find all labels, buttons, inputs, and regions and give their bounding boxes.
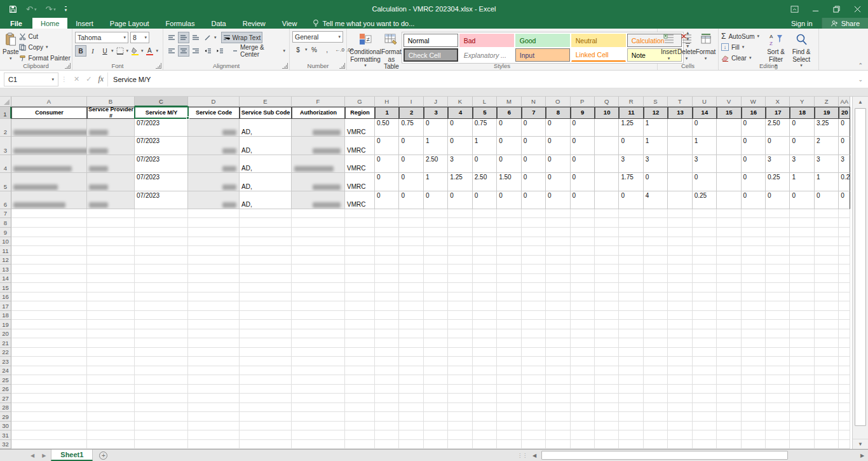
- cell-C5[interactable]: 07/2023: [135, 173, 188, 191]
- cell-O23[interactable]: [546, 357, 570, 366]
- cell-X27[interactable]: [766, 394, 790, 403]
- orientation-button[interactable]: [202, 32, 214, 43]
- cell-H16[interactable]: [375, 292, 399, 302]
- cell-Q27[interactable]: [595, 394, 619, 403]
- cell-B8[interactable]: [87, 218, 135, 228]
- cell-E23[interactable]: [240, 357, 292, 366]
- cell-T17[interactable]: [668, 301, 692, 311]
- cell-W7[interactable]: [742, 209, 766, 219]
- cell-Z30[interactable]: [815, 422, 839, 431]
- cell-U26[interactable]: [693, 385, 717, 394]
- cell-Z29[interactable]: [815, 412, 839, 422]
- cell-T11[interactable]: [668, 246, 692, 256]
- cell-B4[interactable]: [87, 155, 135, 173]
- cell-G21[interactable]: [345, 338, 375, 348]
- cell-E10[interactable]: [240, 237, 292, 247]
- cell-L1[interactable]: 5: [473, 107, 497, 119]
- cell-I15[interactable]: [399, 283, 423, 292]
- align-center-icon[interactable]: [178, 45, 189, 57]
- cell-D16[interactable]: [188, 292, 240, 302]
- column-header-N[interactable]: N: [522, 97, 546, 107]
- cell-I26[interactable]: [399, 385, 423, 394]
- cell-P21[interactable]: [571, 338, 595, 348]
- cell-D19[interactable]: [188, 320, 240, 329]
- cell-AA28[interactable]: [839, 403, 850, 413]
- cell-W23[interactable]: [742, 357, 766, 366]
- cell-N24[interactable]: [522, 366, 546, 376]
- cell-X3[interactable]: 0: [766, 137, 790, 155]
- cell-N21[interactable]: [522, 338, 546, 348]
- cell-D22[interactable]: [188, 348, 240, 357]
- cell-N3[interactable]: 0: [522, 137, 546, 155]
- cell-D4[interactable]: [188, 155, 240, 173]
- cell-M5[interactable]: 1.50: [497, 173, 521, 191]
- cell-L8[interactable]: [473, 218, 497, 228]
- cell-R16[interactable]: [619, 292, 643, 302]
- cell-M25[interactable]: [497, 375, 521, 385]
- cell-O12[interactable]: [546, 256, 570, 265]
- font-dialog-launcher[interactable]: [156, 63, 161, 69]
- cell-P3[interactable]: 0: [571, 137, 595, 155]
- cell-K4[interactable]: 3: [448, 155, 472, 173]
- cell-M10[interactable]: [497, 237, 521, 247]
- cell-V5[interactable]: [717, 173, 741, 191]
- cell-U21[interactable]: [693, 338, 717, 348]
- row-header-27[interactable]: 27: [0, 394, 11, 403]
- cell-R1[interactable]: 11: [619, 107, 643, 119]
- cell-T9[interactable]: [668, 228, 692, 237]
- column-header-H[interactable]: H: [375, 97, 399, 107]
- cell-D11[interactable]: [188, 246, 240, 256]
- cell-T24[interactable]: [668, 366, 692, 376]
- cell-X24[interactable]: [766, 366, 790, 376]
- vertical-scrollbar[interactable]: ▲ ▼: [852, 97, 868, 449]
- column-header-V[interactable]: V: [717, 97, 741, 107]
- cell-W5[interactable]: 0: [742, 173, 766, 191]
- cell-H12[interactable]: [375, 256, 399, 265]
- cell-M9[interactable]: [497, 228, 521, 237]
- cell-G25[interactable]: [345, 375, 375, 385]
- cell-X26[interactable]: [766, 385, 790, 394]
- cell-G2[interactable]: VMRC: [345, 119, 375, 137]
- cell-V22[interactable]: [717, 348, 741, 357]
- cell-X23[interactable]: [766, 357, 790, 366]
- cell-H5[interactable]: 0: [375, 173, 399, 191]
- cell-C11[interactable]: [135, 246, 188, 256]
- cell-G12[interactable]: [345, 256, 375, 265]
- cell-W29[interactable]: [742, 412, 766, 422]
- cell-L16[interactable]: [473, 292, 497, 302]
- cell-E20[interactable]: [240, 329, 292, 339]
- row-header-15[interactable]: 15: [0, 283, 11, 292]
- cell-Q14[interactable]: [595, 274, 619, 284]
- cell-P18[interactable]: [571, 311, 595, 320]
- cell-Z1[interactable]: 19: [815, 107, 839, 119]
- cell-A3[interactable]: [11, 137, 87, 155]
- cell-U27[interactable]: [693, 394, 717, 403]
- cell-X17[interactable]: [766, 301, 790, 311]
- cell-Q19[interactable]: [595, 320, 619, 329]
- cell-B13[interactable]: [87, 265, 135, 274]
- cell-T12[interactable]: [668, 256, 692, 265]
- row-header-24[interactable]: 24: [0, 366, 11, 376]
- cell-Z23[interactable]: [815, 357, 839, 366]
- cell-T21[interactable]: [668, 338, 692, 348]
- clipboard-dialog-launcher[interactable]: [65, 63, 71, 69]
- cell-O24[interactable]: [546, 366, 570, 376]
- cell-U10[interactable]: [693, 237, 717, 247]
- cell-C6[interactable]: 07/2023: [135, 191, 188, 209]
- cell-Y17[interactable]: [790, 301, 814, 311]
- cell-N27[interactable]: [522, 394, 546, 403]
- cell-Q23[interactable]: [595, 357, 619, 366]
- cell-V3[interactable]: [717, 137, 741, 155]
- cell-R21[interactable]: [619, 338, 643, 348]
- cell-U6[interactable]: 0.25: [693, 191, 717, 209]
- cell-V25[interactable]: [717, 375, 741, 385]
- cell-C13[interactable]: [135, 265, 188, 274]
- cell-T31[interactable]: [668, 430, 692, 440]
- italic-button[interactable]: I: [87, 45, 98, 57]
- cell-C30[interactable]: [135, 422, 188, 431]
- cell-Q15[interactable]: [595, 283, 619, 292]
- tab-insert[interactable]: Insert: [67, 18, 102, 29]
- cell-V18[interactable]: [717, 311, 741, 320]
- cell-C24[interactable]: [135, 366, 188, 376]
- cell-A15[interactable]: [11, 283, 87, 292]
